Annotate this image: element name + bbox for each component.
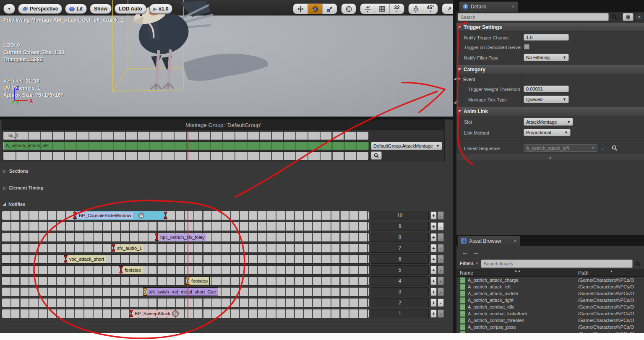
rotation-snap-toggle-button[interactable]: ▾ <box>409 4 423 14</box>
history-back-icon[interactable]: ← <box>461 248 469 257</box>
notify-marker[interactable] <box>155 234 159 241</box>
details-expander-bar[interactable]: ▲ <box>456 154 644 160</box>
scale-tool-button[interactable] <box>322 4 337 14</box>
notify-track-9[interactable] <box>2 222 369 231</box>
notifies-header[interactable]: Notifies <box>3 202 25 207</box>
asset-row[interactable]: A_ostrich_attack_charge/Game/Characters/… <box>456 277 644 283</box>
linked-sequence-dropdown[interactable]: A_ostrich_attack_left▼ <box>524 144 597 152</box>
asset-row[interactable]: A_ostrich_combat_kickattack/Game/Charact… <box>456 310 644 317</box>
viewport-options-button[interactable]: ▼ <box>3 4 15 14</box>
grid-snap-value-button[interactable]: 32▾ <box>389 4 404 14</box>
element-timing-header[interactable]: ▷ Element Timing <box>3 185 43 190</box>
add-track-button[interactable]: + <box>430 233 437 241</box>
notify-state-capsule-slide-window[interactable]: BP_CapsuleSlideWindow ⇆ <box>75 211 167 220</box>
perspective-button[interactable]: Perspective <box>18 4 62 14</box>
notify-bp-sweep-attack[interactable]: BP_SweepAttack⇆ <box>133 310 180 317</box>
asset-row[interactable]: A_ostrich_corpse_pose/Game/Characters/NP… <box>456 324 644 330</box>
notify-filter-type-dropdown[interactable]: No Filtering▼ <box>524 54 569 61</box>
use-selected-icon[interactable]: ← <box>601 144 607 151</box>
notify-marker[interactable] <box>129 310 133 317</box>
remove-track-button[interactable]: - <box>438 288 444 296</box>
sections-header[interactable]: ▷ Sections <box>3 169 29 174</box>
asset-search-input[interactable] <box>481 260 633 268</box>
close-icon[interactable]: × <box>514 238 516 244</box>
add-track-button[interactable]: + <box>430 255 437 263</box>
remove-track-button[interactable]: - <box>438 211 444 220</box>
montage-section-track[interactable]: bc_1 <box>3 131 369 140</box>
montage-notify-strip[interactable] <box>3 151 369 160</box>
section-trigger-settings[interactable]: Trigger Settings <box>456 23 644 32</box>
add-track-button[interactable]: + <box>430 266 437 274</box>
section-anim-link[interactable]: Anim Link <box>456 107 644 116</box>
slot-search-button[interactable] <box>371 151 382 160</box>
remove-track-button[interactable]: - <box>438 222 444 231</box>
notify-track-7[interactable] <box>2 244 369 253</box>
notify-footstep[interactable]: footstep <box>123 266 143 274</box>
details-view-options-button[interactable] <box>623 13 634 21</box>
close-icon[interactable]: × <box>512 4 515 10</box>
grid-snap-toggle-button[interactable] <box>375 4 389 14</box>
column-name[interactable]: Name <box>460 270 473 276</box>
remove-track-button[interactable]: - <box>438 233 444 241</box>
notify-track-6[interactable] <box>2 254 369 264</box>
translate-tool-button[interactable] <box>293 4 308 14</box>
lit-mode-button[interactable]: Lit <box>65 4 87 14</box>
link-method-dropdown[interactable]: Proportional▼ <box>524 129 571 136</box>
asset-row[interactable]: A_ostrich_attack_middle/Game/Characters/… <box>456 290 644 297</box>
asset-row[interactable]: A_ostrich_attack_left/Game/Characters/NP… <box>456 283 644 290</box>
rotate-tool-button[interactable] <box>308 4 322 14</box>
history-forward-icon[interactable]: → <box>472 248 480 257</box>
montage-sequence-track[interactable]: A_ostrich_attack_left <box>3 141 369 150</box>
details-search-input[interactable] <box>458 13 609 21</box>
notify-track-10[interactable] <box>2 211 369 220</box>
asset-row[interactable]: A_ostrich_attack_right/Game/Characters/N… <box>456 297 644 304</box>
lod-auto-button[interactable]: LOD Auto <box>115 4 146 14</box>
column-path[interactable]: Path <box>578 270 589 276</box>
notify-footstep-selected[interactable]: footstep <box>185 277 210 285</box>
playback-speed-button[interactable]: ▶ x1.0 <box>149 4 173 14</box>
notify-marker[interactable] <box>164 212 167 219</box>
surface-snap-button[interactable]: ▾ <box>360 4 375 14</box>
world-local-toggle-button[interactable] <box>342 4 356 14</box>
remove-track-button[interactable]: - <box>438 309 444 318</box>
tab-asset-browser[interactable]: Asset Browser × <box>457 236 520 246</box>
notify-track-1[interactable] <box>2 309 369 318</box>
notify-marker[interactable] <box>64 255 68 262</box>
notify-npc-ostrich-sfx-foley[interactable]: npc_ostrich_sfx_foley <box>159 234 206 241</box>
notify-voc-attack-short[interactable]: voc_attack_short <box>68 255 106 263</box>
notify-track-2[interactable] <box>2 298 369 307</box>
remove-track-button[interactable]: - <box>438 298 444 307</box>
add-track-button[interactable]: + <box>430 244 437 252</box>
section-label[interactable]: bc_1 <box>8 133 18 138</box>
remove-track-button[interactable]: - <box>438 255 444 263</box>
sequence-label[interactable]: A_ostrich_attack_left <box>6 143 49 148</box>
remove-track-button[interactable]: - <box>438 277 444 285</box>
add-track-button[interactable]: + <box>430 211 437 220</box>
notify-marker[interactable] <box>112 244 115 252</box>
browse-magnifier-icon[interactable] <box>612 145 618 151</box>
remove-track-button[interactable]: - <box>438 244 444 252</box>
section-category[interactable]: Category <box>456 65 644 74</box>
montage-tick-type-dropdown[interactable]: Queued▼ <box>524 96 569 103</box>
notify-marker[interactable] <box>119 266 123 273</box>
notify-sfx-audio-1[interactable]: sfx_audio_1 <box>115 244 143 252</box>
remove-track-button[interactable]: - <box>438 266 444 274</box>
add-track-button[interactable]: + <box>430 277 437 285</box>
slot-dropdown[interactable]: AttackMontage▼ <box>524 118 573 126</box>
event-row[interactable]: Event <box>458 77 475 82</box>
tab-details[interactable]: i Details × <box>459 1 519 12</box>
timeline-playhead[interactable] <box>188 131 188 160</box>
add-track-button[interactable]: + <box>430 288 437 296</box>
notify-marker[interactable] <box>73 212 77 219</box>
asset-row[interactable]: A_ostrich_combat_threaten/Game/Character… <box>456 317 644 324</box>
filters-button[interactable]: Filters▼ <box>460 261 479 266</box>
notify-track-5[interactable] <box>2 265 369 275</box>
add-track-button[interactable]: + <box>430 222 437 231</box>
notify-sfx-swish-selected[interactable]: sfx_swish_rod_metal_short_Cue <box>143 288 218 296</box>
panel-splitter[interactable] <box>453 0 456 333</box>
notifies-playhead[interactable] <box>188 211 188 318</box>
add-track-button[interactable]: + <box>430 298 437 307</box>
show-menu-button[interactable]: Show <box>90 4 112 14</box>
asset-row[interactable]: A_ostrich_combat_idle/Game/Characters/NP… <box>456 304 644 310</box>
add-track-button[interactable]: + <box>430 309 437 318</box>
